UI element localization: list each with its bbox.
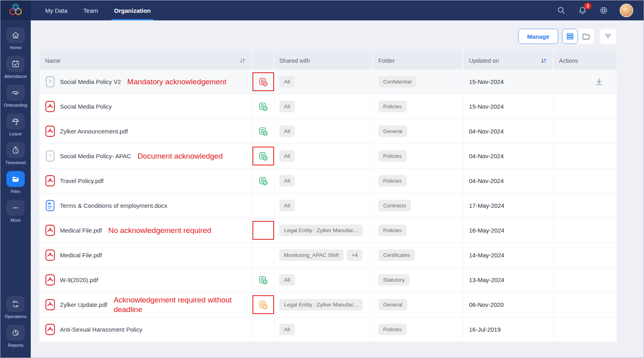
list-view-icon[interactable] bbox=[562, 29, 578, 44]
sort-icon-name[interactable] bbox=[239, 58, 246, 64]
file-name[interactable]: Terms & Conditions of employment.docx bbox=[60, 202, 167, 209]
shared-with-chip[interactable]: All bbox=[279, 324, 295, 335]
shared-with-chip[interactable]: All bbox=[279, 125, 295, 137]
table-row[interactable]: Anti-Sexual Harassment PolicyAllPolicies… bbox=[40, 317, 617, 342]
sidebar-item-onboarding[interactable]: Onboarding bbox=[4, 85, 28, 107]
cell-name: ?Social Media Policy- APACDocument ackno… bbox=[40, 144, 252, 168]
folder-chip[interactable]: General bbox=[378, 299, 407, 310]
table-row[interactable]: Medical File.pdfMonitoring_APAC Shift+4C… bbox=[40, 243, 617, 268]
folder-chip[interactable]: General bbox=[378, 125, 407, 137]
column-header-updated[interactable]: Updated on bbox=[463, 52, 553, 70]
table-row[interactable]: W-9(2020).pdf AllStatutory13-May-2024 bbox=[40, 268, 617, 292]
sidebar-item-reports[interactable]: Reports bbox=[6, 325, 25, 348]
file-name[interactable]: W-9(2020).pdf bbox=[60, 276, 98, 283]
table-row[interactable]: Zylker Update.pdfAcknowledgement require… bbox=[40, 292, 617, 317]
table-row[interactable]: Medical File.pdfNo acknowledgement requi… bbox=[40, 218, 617, 243]
shared-with-chip[interactable]: Legal Entity : Zylker Manufac... bbox=[279, 299, 363, 310]
nav-tab-organization[interactable]: Organization bbox=[106, 0, 159, 20]
nav-tab-my-data[interactable]: My Data bbox=[37, 0, 76, 20]
shared-with-chip[interactable]: Monitoring_APAC Shift bbox=[279, 249, 344, 261]
cell-shared-with: All bbox=[274, 317, 374, 342]
folder-chip[interactable]: Certificates bbox=[378, 249, 415, 261]
pdf-file-icon bbox=[45, 274, 55, 286]
pdf-file-icon bbox=[45, 101, 55, 112]
file-name[interactable]: Medical File.pdf bbox=[60, 252, 102, 259]
shared-with-chip[interactable]: All bbox=[279, 175, 295, 187]
svg-text:?: ? bbox=[49, 79, 52, 85]
filter-icon[interactable] bbox=[600, 29, 616, 44]
folder-chip[interactable]: Policies bbox=[378, 324, 407, 335]
download-icon[interactable] bbox=[595, 78, 603, 86]
shared-with-chip[interactable]: Legal Entity : Zylker Manufac... bbox=[279, 225, 363, 236]
sidebar-item-operations[interactable]: Operations bbox=[5, 296, 27, 319]
column-header-shared[interactable]: Shared with bbox=[274, 52, 374, 70]
file-name[interactable]: Social Media Policy V2 bbox=[60, 78, 121, 85]
table-row[interactable]: Zylker Announcement.pdf AllGeneral04-Nov… bbox=[40, 119, 617, 144]
sort-icon-updated[interactable] bbox=[541, 58, 547, 64]
svg-text:?: ? bbox=[49, 153, 52, 159]
sidebar-item-label: More bbox=[10, 218, 20, 223]
bell-icon[interactable]: 3 bbox=[577, 5, 588, 16]
cell-updated-on: 04-Nov-2024 bbox=[463, 119, 553, 143]
onboarding-icon bbox=[6, 85, 25, 101]
file-name[interactable]: Social Media Policy- APAC bbox=[60, 153, 131, 159]
nav-tab-team[interactable]: Team bbox=[76, 0, 106, 20]
folder-view-icon[interactable] bbox=[578, 29, 594, 44]
column-header-folder[interactable]: Folder bbox=[374, 52, 463, 70]
cell-name: Travel Policy.pdf bbox=[40, 169, 252, 193]
sidebar-item-more[interactable]: More bbox=[6, 200, 25, 223]
app-logo[interactable] bbox=[0, 0, 31, 20]
folder-chip[interactable]: Policies bbox=[378, 150, 407, 162]
folder-chip[interactable]: Policies bbox=[378, 225, 407, 236]
column-header-name[interactable]: Name bbox=[40, 52, 252, 70]
ack-acknowledged-icon bbox=[258, 151, 268, 161]
table-row[interactable]: ?Social Media Policy V2Mandatory acknowl… bbox=[40, 70, 617, 94]
shared-with-chip[interactable]: All bbox=[279, 274, 295, 286]
shared-more-count-chip[interactable]: +4 bbox=[347, 249, 362, 261]
annotation-highlight-box bbox=[252, 147, 274, 165]
shared-with-chip[interactable]: All bbox=[279, 101, 295, 112]
sidebar-item-attendance[interactable]: Attendance bbox=[4, 56, 27, 79]
file-name[interactable]: Zylker Announcement.pdf bbox=[60, 128, 128, 135]
shared-with-chip[interactable]: All bbox=[279, 200, 295, 211]
file-name[interactable]: Medical File.pdf bbox=[60, 227, 102, 234]
main-content: Manage bbox=[31, 20, 644, 358]
file-name[interactable]: Travel Policy.pdf bbox=[60, 177, 103, 184]
sidebar: HomeAttendanceOnboardingLeaveTimesheetFi… bbox=[0, 20, 31, 358]
folder-chip[interactable]: Statutory bbox=[378, 274, 409, 286]
ack-acknowledged-icon bbox=[258, 102, 268, 111]
folder-chip[interactable]: Confidential bbox=[378, 76, 416, 88]
file-name[interactable]: Social Media Policy bbox=[60, 103, 112, 110]
shared-with-chip[interactable]: All bbox=[279, 150, 295, 162]
table-row[interactable]: Terms & Conditions of employment.docxAll… bbox=[40, 193, 617, 218]
file-name[interactable]: Zylker Update.pdf bbox=[60, 301, 107, 308]
user-avatar[interactable] bbox=[620, 4, 633, 17]
sidebar-item-label: Onboarding bbox=[4, 103, 28, 107]
table-row[interactable]: Travel Policy.pdf AllPolicies04-Nov-2024 bbox=[40, 169, 617, 193]
sidebar-item-timesheet[interactable]: Timesheet bbox=[5, 142, 26, 165]
table-row[interactable]: Social Media Policy AllPolicies15-Nov-20… bbox=[40, 94, 617, 119]
search-icon[interactable] bbox=[556, 5, 566, 16]
nav-right-icons: 3 bbox=[556, 4, 644, 17]
cell-shared-with: All bbox=[274, 119, 374, 143]
sidebar-item-home[interactable]: Home bbox=[6, 27, 25, 50]
file-name[interactable]: Anti-Sexual Harassment Policy bbox=[60, 326, 142, 333]
cell-updated-on: 16-Jul-2019 bbox=[463, 317, 553, 342]
cell-shared-with: All bbox=[274, 94, 374, 119]
cell-updated-on: 17-May-2024 bbox=[463, 193, 553, 218]
cell-folder: Policies bbox=[374, 218, 463, 243]
gear-icon[interactable] bbox=[598, 5, 609, 16]
manage-button[interactable]: Manage bbox=[518, 29, 558, 44]
cell-updated-on: 13-May-2024 bbox=[463, 268, 553, 292]
folder-chip[interactable]: Policies bbox=[378, 101, 407, 112]
shared-with-chip[interactable]: All bbox=[279, 76, 295, 88]
ack-pending-icon bbox=[258, 300, 268, 309]
pdf-file-icon bbox=[45, 225, 55, 236]
folder-chip[interactable]: Contracts bbox=[378, 200, 411, 211]
cell-updated-on: 16-May-2024 bbox=[463, 218, 553, 243]
table-row[interactable]: ?Social Media Policy- APACDocument ackno… bbox=[40, 144, 617, 169]
sidebar-item-files[interactable]: Files bbox=[6, 171, 25, 194]
sidebar-item-leave[interactable]: Leave bbox=[6, 113, 25, 136]
cell-actions bbox=[553, 169, 617, 193]
folder-chip[interactable]: Policies bbox=[378, 175, 407, 187]
